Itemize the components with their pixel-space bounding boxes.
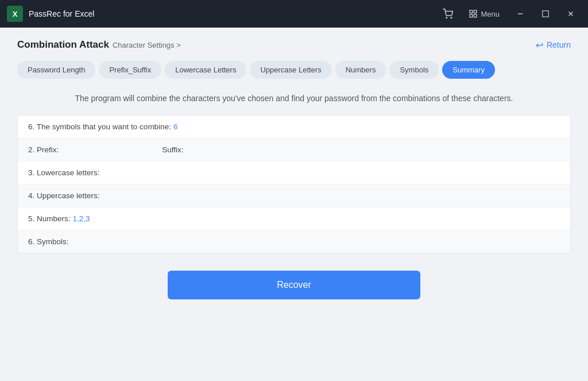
tab-uppercase-letters[interactable]: Uppercase Letters [250,61,331,79]
tabs-container: Password Length Prefix_Suffix Lowercase … [17,61,571,79]
breadcrumb: Combination Attack Character Settings > [17,39,181,51]
svg-rect-2 [470,10,473,13]
breadcrumb-sub: Character Settings > [113,41,181,49]
row-numbers-value: 1,2,3 [73,214,90,223]
maximize-button[interactable] [535,3,556,24]
summary-table: 6. The symbols that you want to combine:… [17,115,571,253]
row-suffix-label: Suffix: [162,145,183,154]
app-title: PassRec for Excel [29,9,438,18]
svg-point-0 [446,17,447,18]
tab-prefix-suffix[interactable]: Prefix_Suffix [99,61,161,79]
minimize-button[interactable] [510,3,531,24]
svg-rect-3 [474,10,477,13]
app-logo: X [7,6,23,22]
table-row: 3. Lowercase letters: [18,161,570,184]
titlebar-controls: Menu [438,3,581,24]
tab-password-length[interactable]: Password Length [17,61,95,79]
row-numbers-label: 5. Numbers: [28,214,71,223]
row-prefix-label: 2. Prefix: [28,145,59,154]
table-row: 6. The symbols that you want to combine:… [18,116,570,138]
table-row: 4. Uppercase letters: [18,184,570,207]
recover-button[interactable]: Recover [168,271,420,299]
svg-point-1 [451,17,452,18]
table-row: 2. Prefix: Suffix: [18,138,570,161]
svg-rect-7 [543,11,549,17]
row-lowercase-label: 3. Lowercase letters: [28,168,100,177]
description-text: The program will combine the characters … [17,93,571,105]
titlebar: X PassRec for Excel Menu [0,0,588,28]
tab-symbols[interactable]: Symbols [389,61,439,79]
header-row: Combination Attack Character Settings > … [17,39,571,51]
cart-button[interactable] [438,3,458,24]
svg-rect-5 [474,14,477,17]
page-title: Combination Attack [17,39,109,51]
close-button[interactable] [560,3,581,24]
tab-lowercase-letters[interactable]: Lowercase Letters [165,61,246,79]
return-button[interactable]: ↩ Return [536,40,571,51]
row-symbols-label: 6. Symbols: [28,237,69,246]
return-label: Return [547,40,571,49]
main-content: Combination Attack Character Settings > … [0,28,588,381]
tab-numbers[interactable]: Numbers [335,61,386,79]
row-symbols-combine-value: 6 [173,122,178,131]
return-icon: ↩ [536,40,543,51]
row-uppercase-label: 4. Uppercase letters: [28,191,100,200]
table-row: 5. Numbers: 1,2,3 [18,207,570,230]
table-row: 6. Symbols: [18,230,570,253]
menu-label: Menu [481,10,500,18]
menu-button[interactable]: Menu [463,7,505,21]
row-symbols-combine-label: 6. The symbols that you want to combine: [28,122,171,131]
tab-summary[interactable]: Summary [442,61,495,79]
svg-rect-4 [470,14,473,17]
